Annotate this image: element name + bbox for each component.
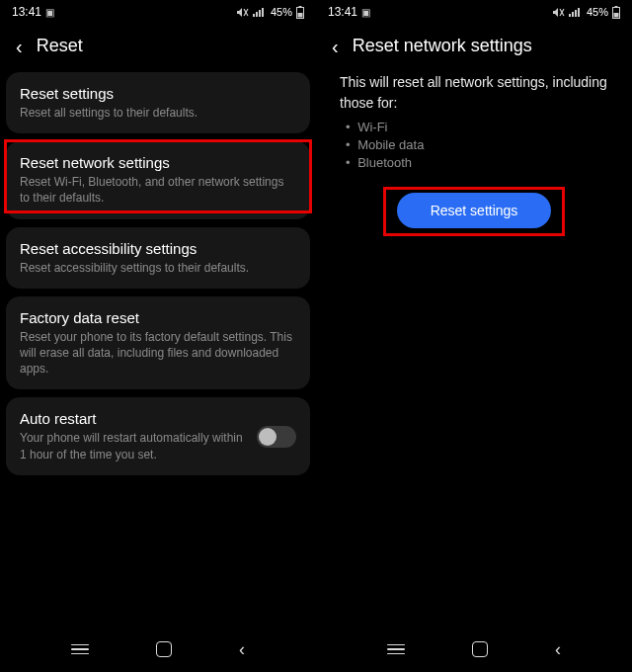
auto-restart-toggle[interactable] [257, 426, 296, 448]
svg-rect-13 [575, 10, 577, 17]
status-bar: 13:41 ▣ 45% [316, 0, 632, 24]
phone-right: 13:41 ▣ 45% ‹ Reset network settings Thi… [316, 0, 632, 672]
svg-rect-5 [262, 8, 264, 17]
screenshot-icon: ▣ [45, 7, 54, 18]
item-title: Factory data reset [20, 309, 296, 326]
back-icon[interactable]: ‹ [16, 37, 23, 56]
bullet-item: Bluetooth [346, 155, 602, 170]
svg-rect-14 [578, 8, 580, 17]
reset-accessibility-row[interactable]: Reset accessibility settings Reset acces… [6, 227, 310, 289]
svg-rect-8 [298, 13, 303, 18]
item-title: Reset accessibility settings [20, 240, 296, 257]
auto-restart-row[interactable]: Auto restart Your phone will restart aut… [6, 397, 310, 474]
reset-settings-row[interactable]: Reset settings Reset all settings to the… [6, 72, 310, 133]
svg-rect-17 [614, 13, 619, 18]
phone-left: 13:41 ▣ 45% ‹ Reset Reset settings Reset… [0, 0, 316, 672]
page-title: Reset [37, 36, 83, 56]
svg-rect-2 [253, 14, 255, 17]
item-title: Auto restart [20, 410, 249, 427]
item-title: Reset network settings [20, 154, 296, 171]
item-sub: Reset accessibility settings to their de… [20, 260, 296, 276]
header: ‹ Reset network settings [316, 24, 632, 72]
factory-reset-row[interactable]: Factory data reset Reset your phone to i… [6, 296, 310, 390]
status-bar: 13:41 ▣ 45% [0, 0, 316, 24]
reset-network-settings-row[interactable]: Reset network settings Reset Wi-Fi, Blue… [6, 141, 310, 218]
battery-text: 45% [587, 6, 608, 18]
item-sub: Reset Wi-Fi, Bluetooth, and other networ… [20, 174, 296, 206]
mute-icon [236, 7, 249, 18]
nav-back-icon[interactable]: ‹ [555, 639, 561, 660]
battery-icon [612, 6, 620, 19]
item-sub: Reset all settings to their defaults. [20, 105, 296, 121]
nav-home-icon[interactable] [472, 641, 488, 657]
item-sub: Your phone will restart automatically wi… [20, 430, 249, 462]
mute-icon [552, 7, 565, 18]
svg-rect-12 [572, 12, 574, 17]
bullet-list: Wi-Fi Mobile data Bluetooth [322, 114, 626, 170]
bullet-item: Mobile data [346, 137, 602, 152]
battery-icon [296, 6, 304, 19]
nav-recent-icon[interactable] [71, 644, 89, 655]
status-time: 13:41 [12, 5, 41, 19]
page-title: Reset network settings [353, 36, 532, 56]
nav-home-icon[interactable] [156, 641, 172, 657]
toggle-knob [259, 428, 276, 446]
svg-rect-3 [256, 12, 258, 17]
item-title: Reset settings [20, 85, 296, 102]
nav-back-icon[interactable]: ‹ [239, 639, 245, 660]
nav-recent-icon[interactable] [387, 644, 405, 655]
signal-icon [253, 7, 267, 17]
svg-rect-4 [259, 10, 261, 17]
reset-network-content: This will reset all network settings, in… [316, 72, 632, 630]
reset-settings-button[interactable]: Reset settings [397, 193, 552, 228]
signal-icon [569, 7, 583, 17]
screenshot-icon: ▣ [361, 7, 370, 18]
header: ‹ Reset [0, 24, 316, 72]
svg-rect-11 [569, 14, 571, 17]
item-sub: Reset your phone to its factory default … [20, 329, 296, 378]
nav-bar: ‹ [0, 630, 316, 672]
back-icon[interactable]: ‹ [332, 37, 339, 56]
status-time: 13:41 [328, 5, 357, 19]
battery-text: 45% [271, 6, 292, 18]
intro-text: This will reset all network settings, in… [322, 72, 626, 114]
nav-bar: ‹ [316, 630, 632, 672]
settings-list: Reset settings Reset all settings to the… [0, 72, 316, 630]
bullet-item: Wi-Fi [346, 120, 602, 134]
